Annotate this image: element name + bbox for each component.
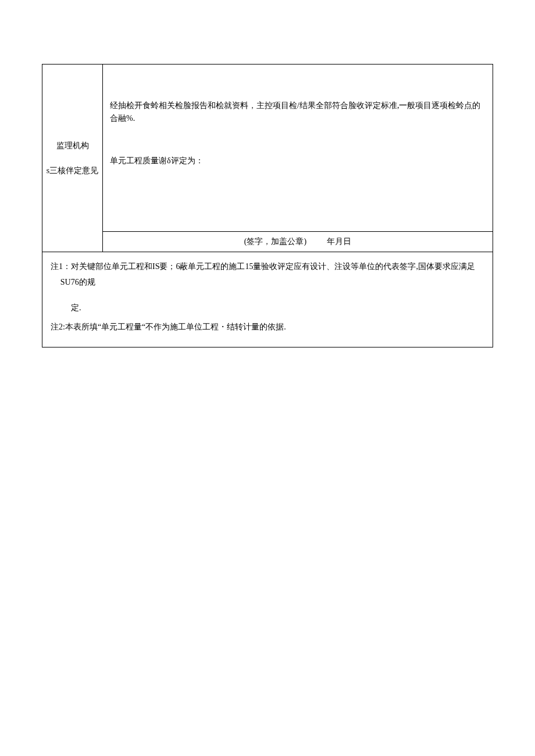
note-2: 注2:本表所填“单元工程量“不作为施工单位工程・结转计量的依据. — [51, 320, 484, 335]
supervisor-label-line2: s三核伴定意见 — [45, 163, 100, 178]
inspection-summary-text: 经抽桧开食蛉相关检脸报告和桧就资料，主控项目检/结果全部符合脸收评定标准,一般项… — [110, 99, 487, 126]
signature-row: (签字，加盖公章) 年月日 — [103, 231, 493, 252]
supervisor-content-cell: 经抽桧开食蛉相关检脸报告和桧就资料，主控项目检/结果全部符合脸收评定标准,一般项… — [103, 65, 493, 252]
signature-text: (签字，加盖公章) 年月日 — [244, 237, 351, 247]
form-table: 监理机构 s三核伴定意见 经抽桧开食蛉相关检脸报告和桧就资料，主控项目检/结果全… — [42, 64, 493, 347]
supervisor-label-line1: 监理机构 — [45, 138, 100, 153]
note-1-line1: 注1：对关键部位单元工程和IS要；6蔽单元工程的施工15量验收评定应有设计、注设… — [51, 259, 484, 290]
notes-cell: 注1：对关键部位单元工程和IS要；6蔽单元工程的施工15量验收评定应有设计、注设… — [42, 252, 493, 347]
supervisor-label-cell: 监理机构 s三核伴定意见 — [42, 65, 103, 252]
quality-evaluation-text: 单元工程质量谢δ评定为： — [110, 155, 487, 167]
note-1-line2: 定. — [51, 300, 484, 316]
